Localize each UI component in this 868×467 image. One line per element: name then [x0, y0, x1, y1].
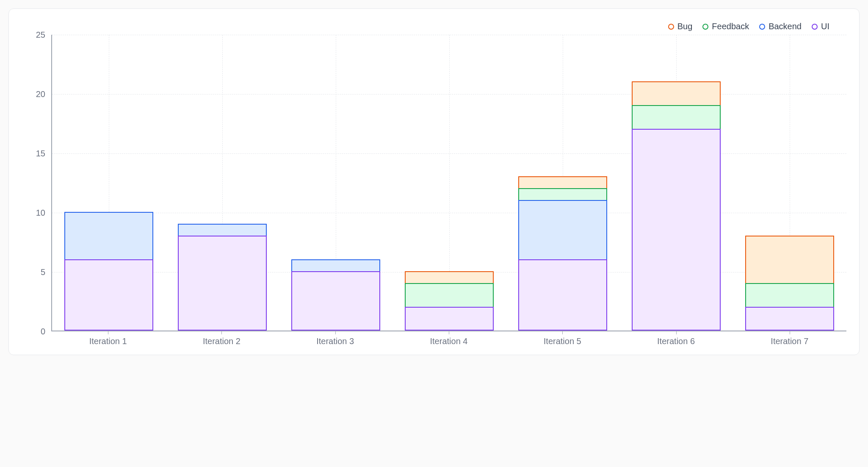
bar-segment-backend: [291, 259, 380, 271]
bar-segment-feedback: [632, 105, 720, 129]
circle-icon: [668, 24, 674, 30]
chart-panel: Bug Feedback Backend UI 0 5 10 15 20 25: [8, 8, 860, 355]
y-tick: 5: [41, 267, 45, 277]
bar-stack: [745, 236, 834, 331]
y-tick: 25: [36, 30, 45, 40]
circle-icon: [759, 24, 765, 30]
legend: Bug Feedback Backend UI: [22, 22, 846, 31]
bar-segment-feedback: [745, 283, 834, 307]
bar-stack: [291, 259, 380, 331]
bar-segment-feedback: [405, 283, 493, 307]
x-tick: Iteration 4: [392, 331, 506, 346]
bar-segment-bug: [745, 236, 834, 283]
bar-iteration-4[interactable]: [393, 35, 506, 331]
x-tick: Iteration 5: [506, 331, 619, 346]
bar-iteration-3[interactable]: [279, 35, 393, 331]
chart: 0 5 10 15 20 25: [22, 35, 846, 331]
bar-stack: [64, 212, 153, 331]
legend-label: Bug: [677, 22, 693, 31]
bar-segment-bug: [405, 271, 493, 283]
bar-segment-bug: [518, 176, 607, 188]
bar-iteration-5[interactable]: [506, 35, 619, 331]
bar-segment-bug: [632, 81, 720, 105]
bar-segment-ui: [518, 259, 607, 331]
circle-icon: [702, 24, 708, 30]
bar-stack: [178, 224, 266, 331]
y-tick: 0: [41, 327, 45, 336]
circle-icon: [812, 24, 818, 30]
legend-item-feedback[interactable]: Feedback: [702, 22, 749, 31]
legend-item-bug[interactable]: Bug: [668, 22, 693, 31]
legend-label: Feedback: [712, 22, 749, 31]
bar-segment-ui: [178, 236, 266, 331]
bar-segment-backend: [518, 200, 607, 259]
y-tick: 10: [36, 208, 45, 218]
x-tick: Iteration 3: [279, 331, 392, 346]
y-tick: 20: [36, 89, 45, 99]
bar-iteration-6[interactable]: [619, 35, 733, 331]
bar-segment-backend: [178, 224, 266, 236]
legend-item-backend[interactable]: Backend: [759, 22, 802, 31]
plot-area: [51, 35, 846, 331]
bar-iteration-1[interactable]: [52, 35, 166, 331]
bar-iteration-2[interactable]: [166, 35, 279, 331]
bars-container: [52, 35, 846, 331]
x-tick: Iteration 2: [165, 331, 278, 346]
bar-segment-feedback: [518, 188, 607, 200]
x-tick: Iteration 6: [619, 331, 733, 346]
bar-segment-ui: [405, 307, 493, 331]
bar-segment-ui: [745, 307, 834, 331]
bar-segment-backend: [64, 212, 153, 259]
legend-item-ui[interactable]: UI: [812, 22, 829, 31]
bar-stack: [405, 271, 493, 331]
bar-stack: [632, 81, 720, 331]
bar-stack: [518, 176, 607, 331]
bar-segment-ui: [291, 271, 380, 331]
x-axis: Iteration 1 Iteration 2 Iteration 3 Iter…: [51, 331, 846, 346]
legend-label: UI: [821, 22, 829, 31]
bar-segment-ui: [632, 129, 720, 331]
x-tick: Iteration 1: [51, 331, 165, 346]
bar-iteration-7[interactable]: [733, 35, 846, 331]
bar-segment-ui: [64, 259, 153, 331]
x-tick: Iteration 7: [733, 331, 846, 346]
y-tick: 15: [36, 149, 45, 158]
y-axis: 0 5 10 15 20 25: [22, 35, 51, 331]
legend-label: Backend: [768, 22, 802, 31]
